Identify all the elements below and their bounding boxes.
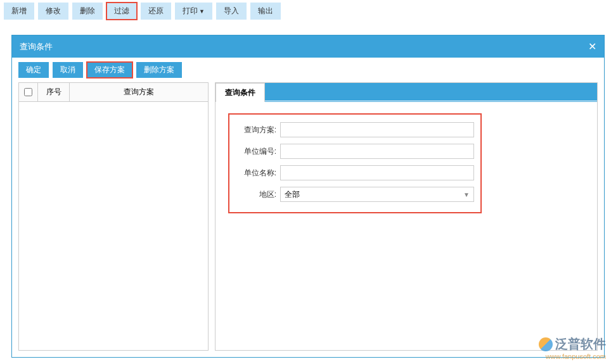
col-plan: 查询方案 (70, 83, 208, 101)
form-area: 查询方案: 单位编号: 单位名称: 地区: 全部 (215, 102, 597, 225)
row-region: 地区: 全部 ▼ (236, 187, 474, 202)
plan-list-body (19, 102, 208, 350)
input-unit-code[interactable] (280, 144, 474, 159)
condition-panel: 查询条件 查询方案: 单位编号: 单位名称: (215, 82, 598, 351)
tab-conditions[interactable]: 查询条件 (215, 83, 265, 102)
add-button[interactable]: 新增 (4, 3, 34, 20)
chevron-down-icon: ▼ (463, 191, 470, 198)
label-unit-name: 单位名称: (236, 168, 280, 179)
select-region[interactable]: 全部 ▼ (280, 187, 474, 202)
export-button[interactable]: 输出 (250, 3, 281, 20)
print-button[interactable]: 打印▼ (175, 3, 212, 20)
top-toolbar: 新增 修改 删除 过滤 还原 打印▼ 导入 输出 (0, 0, 611, 22)
save-plan-button[interactable]: 保存方案 (87, 62, 132, 78)
row-unit-code: 单位编号: (236, 144, 474, 159)
restore-button[interactable]: 还原 (141, 3, 171, 20)
tab-filler (265, 83, 597, 101)
tab-strip: 查询条件 (215, 83, 597, 102)
select-region-value: 全部 (285, 189, 300, 200)
dialog-toolbar: 确定 取消 保存方案 删除方案 (12, 58, 604, 82)
query-dialog: 查询条件 ✕ 确定 取消 保存方案 删除方案 序号 查询方案 查询条件 (11, 35, 605, 358)
plan-list-panel: 序号 查询方案 (18, 82, 209, 351)
edit-button[interactable]: 修改 (38, 3, 68, 20)
ok-button[interactable]: 确定 (18, 62, 49, 78)
import-button[interactable]: 导入 (216, 3, 247, 20)
col-seq: 序号 (38, 83, 70, 101)
dialog-body: 序号 查询方案 查询条件 查询方案: 单位编号: (12, 82, 604, 357)
filter-button[interactable]: 过滤 (106, 3, 137, 20)
print-label: 打印 (183, 6, 198, 15)
close-icon[interactable]: ✕ (588, 41, 596, 53)
input-unit-name[interactable] (280, 165, 474, 180)
dialog-title: 查询条件 (20, 41, 53, 53)
plan-list-header: 序号 查询方案 (19, 83, 208, 102)
form-box: 查询方案: 单位编号: 单位名称: 地区: 全部 (228, 113, 482, 213)
row-plan: 查询方案: (236, 122, 474, 137)
label-region: 地区: (236, 189, 280, 200)
label-plan: 查询方案: (236, 125, 280, 135)
delete-plan-button[interactable]: 删除方案 (136, 62, 182, 78)
select-all-checkbox[interactable] (24, 88, 32, 96)
delete-button[interactable]: 删除 (72, 3, 103, 20)
select-all-cell (19, 83, 38, 101)
label-unit-code: 单位编号: (236, 146, 280, 157)
chevron-down-icon: ▼ (199, 8, 205, 15)
row-unit-name: 单位名称: (236, 165, 474, 180)
cancel-button[interactable]: 取消 (53, 62, 83, 78)
input-plan[interactable] (280, 122, 474, 137)
dialog-header: 查询条件 ✕ (12, 35, 604, 58)
